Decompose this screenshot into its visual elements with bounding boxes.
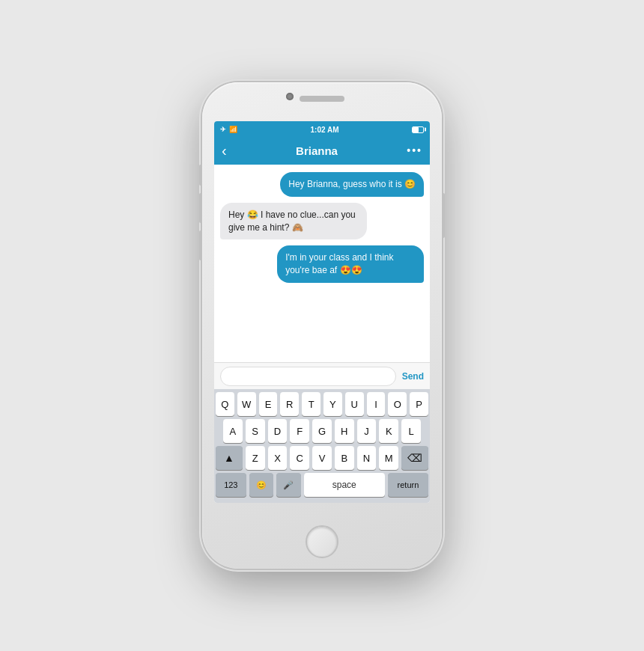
nav-title: Brianna bbox=[296, 144, 338, 157]
mute-button[interactable] bbox=[199, 165, 202, 186]
key-v[interactable]: V bbox=[312, 446, 332, 470]
speaker bbox=[300, 96, 344, 102]
status-left-icons: ✈ 📶 bbox=[220, 126, 237, 133]
key-q[interactable]: Q bbox=[216, 392, 234, 416]
key-z[interactable]: Z bbox=[246, 446, 265, 470]
status-bar: ✈ 📶 1:02 AM bbox=[214, 121, 430, 136]
key-f[interactable]: F bbox=[290, 419, 309, 443]
key-b[interactable]: B bbox=[335, 446, 354, 470]
key-s[interactable]: S bbox=[246, 419, 265, 443]
key-p[interactable]: P bbox=[410, 392, 428, 416]
key-c[interactable]: C bbox=[290, 446, 309, 470]
key-m[interactable]: M bbox=[379, 446, 398, 470]
battery-icon bbox=[412, 126, 424, 133]
keyboard: Q W E R T Y U I O P A S D F G H J K bbox=[214, 389, 430, 503]
phone-screen: ✈ 📶 1:02 AM ‹ Brianna ••• Hey Brianna, g… bbox=[214, 121, 430, 503]
message-row: Hey 😂 I have no clue...can you give me a… bbox=[220, 203, 424, 240]
input-bar: Send bbox=[214, 362, 430, 389]
key-y[interactable]: Y bbox=[323, 392, 342, 416]
volume-up-button[interactable] bbox=[199, 193, 202, 223]
power-button[interactable] bbox=[442, 193, 445, 238]
back-button[interactable]: ‹ bbox=[222, 143, 227, 158]
key-o[interactable]: O bbox=[388, 392, 407, 416]
message-input[interactable] bbox=[220, 367, 396, 386]
status-time: 1:02 AM bbox=[311, 126, 339, 134]
message-bubble: Hey Brianna, guess who it is 😊 bbox=[280, 172, 424, 197]
volume-down-button[interactable] bbox=[199, 230, 202, 260]
key-j[interactable]: J bbox=[357, 419, 377, 443]
key-k[interactable]: K bbox=[379, 419, 398, 443]
delete-key[interactable]: ⌫ bbox=[401, 446, 428, 470]
airplane-icon: ✈ bbox=[220, 126, 226, 133]
key-n[interactable]: N bbox=[357, 446, 377, 470]
key-h[interactable]: H bbox=[335, 419, 354, 443]
home-button[interactable] bbox=[306, 525, 338, 558]
return-key[interactable]: return bbox=[388, 473, 428, 497]
keyboard-row-3: ▲ Z X C V B N M ⌫ bbox=[216, 446, 428, 470]
shift-key[interactable]: ▲ bbox=[216, 446, 243, 470]
keyboard-row-1: Q W E R T Y U I O P bbox=[216, 392, 428, 416]
key-l[interactable]: L bbox=[401, 419, 421, 443]
key-r[interactable]: R bbox=[280, 392, 299, 416]
key-u[interactable]: U bbox=[345, 392, 364, 416]
space-key[interactable]: space bbox=[304, 473, 385, 497]
status-right-icons bbox=[412, 126, 424, 133]
messages-area: Hey Brianna, guess who it is 😊 Hey 😂 I h… bbox=[214, 165, 430, 362]
keyboard-row-4: 123 😊 🎤 space return bbox=[216, 473, 428, 497]
message-bubble: I'm in your class and I think you're bae… bbox=[277, 245, 424, 283]
key-w[interactable]: W bbox=[237, 392, 256, 416]
message-row: I'm in your class and I think you're bae… bbox=[220, 245, 424, 283]
emoji-key[interactable]: 😊 bbox=[249, 473, 273, 497]
front-camera bbox=[286, 93, 294, 100]
more-options-button[interactable]: ••• bbox=[407, 144, 422, 156]
key-t[interactable]: T bbox=[302, 392, 321, 416]
wifi-icon: 📶 bbox=[229, 126, 237, 133]
microphone-key[interactable]: 🎤 bbox=[276, 473, 300, 497]
nav-bar: ‹ Brianna ••• bbox=[214, 136, 430, 165]
numbers-key[interactable]: 123 bbox=[216, 473, 246, 497]
key-g[interactable]: G bbox=[312, 419, 332, 443]
send-button[interactable]: Send bbox=[402, 371, 424, 382]
key-d[interactable]: D bbox=[268, 419, 288, 443]
key-x[interactable]: X bbox=[268, 446, 288, 470]
key-e[interactable]: E bbox=[259, 392, 278, 416]
key-i[interactable]: I bbox=[367, 392, 386, 416]
keyboard-row-2: A S D F G H J K L bbox=[216, 419, 428, 443]
key-a[interactable]: A bbox=[223, 419, 243, 443]
message-row: Hey Brianna, guess who it is 😊 bbox=[220, 172, 424, 197]
message-bubble: Hey 😂 I have no clue...can you give me a… bbox=[220, 203, 367, 240]
phone-frame: ✈ 📶 1:02 AM ‹ Brianna ••• Hey Brianna, g… bbox=[202, 82, 442, 569]
